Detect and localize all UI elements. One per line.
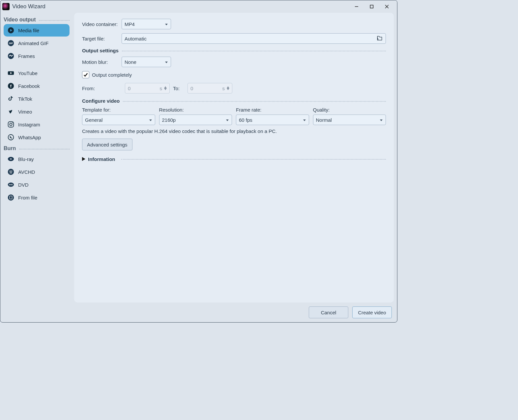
select-value: 60 fps — [239, 117, 252, 123]
svg-text:GIF: GIF — [9, 42, 13, 45]
sidebar-item-frames[interactable]: Frames — [4, 50, 70, 62]
select-value: 2160p — [162, 117, 176, 123]
browse-folder-icon[interactable] — [376, 35, 383, 42]
app-icon — [2, 3, 10, 10]
select-value: None — [125, 59, 136, 65]
svg-marker-33 — [226, 119, 229, 121]
triangle-right-icon — [82, 156, 85, 162]
select-value: MP4 — [125, 21, 135, 27]
advanced-settings-button[interactable]: Advanced settings — [82, 139, 132, 150]
from-label: From: — [82, 86, 122, 91]
chevron-down-icon — [165, 59, 168, 65]
chevron-down-icon — [165, 21, 168, 27]
spin-buttons — [164, 86, 167, 90]
input-value: Automatic — [125, 36, 147, 41]
sidebar-item-animated-gif[interactable]: GIF Animated GIF — [4, 37, 70, 49]
svg-point-14 — [10, 123, 12, 125]
facebook-icon: f — [7, 82, 15, 90]
sidebar-item-avchd[interactable]: AVCHD AVCHD — [4, 166, 70, 178]
template-label: Template for: — [82, 107, 155, 113]
spin-buttons — [227, 86, 229, 90]
sidebar-item-bluray[interactable]: Blu-ray — [4, 153, 70, 165]
maximize-button[interactable] — [364, 2, 379, 12]
video-container-label: Video container: — [82, 21, 122, 27]
sidebar-item-label: Animated GIF — [18, 40, 49, 46]
framerate-select[interactable]: 60 fps — [236, 115, 309, 125]
chevron-down-icon — [226, 117, 229, 123]
sidebar-item-youtube[interactable]: YouTube — [4, 67, 70, 79]
output-completely-label: Output completely — [92, 72, 132, 78]
sidebar: Video output Media file GIF Animated GIF… — [4, 13, 70, 302]
svg-text:HD: HD — [10, 172, 12, 174]
select-value: Normal — [316, 117, 332, 123]
chevron-down-icon — [149, 117, 152, 123]
target-file-label: Target file: — [82, 36, 122, 41]
svg-marker-26 — [165, 24, 168, 25]
sidebar-item-label: Instagram — [18, 122, 40, 127]
quality-select[interactable]: Normal — [313, 115, 386, 125]
titlebar: Video Wizard — [0, 0, 397, 13]
to-spinbox: 0 s — [187, 83, 232, 93]
sidebar-item-label: From file — [18, 195, 37, 200]
section-label: Configure video — [82, 98, 120, 104]
tiktok-icon — [7, 95, 15, 103]
sidebar-item-label: WhatsApp — [18, 135, 41, 140]
video-container-select[interactable]: MP4 — [122, 19, 171, 29]
instagram-icon — [7, 120, 15, 128]
sidebar-item-label: Blu-ray — [18, 156, 34, 162]
cancel-button[interactable]: Cancel — [309, 306, 348, 318]
sidebar-item-dvd[interactable]: DVD DVD — [4, 178, 70, 191]
from-spinbox: 0 s — [125, 83, 170, 93]
information-expander[interactable]: Information — [82, 156, 386, 162]
sidebar-item-instagram[interactable]: Instagram — [4, 118, 70, 131]
sidebar-item-label: Frames — [18, 53, 35, 59]
minimize-button[interactable] — [349, 2, 364, 12]
configure-video-header: Configure video — [82, 98, 386, 104]
sidebar-section-burn: Burn — [4, 145, 70, 151]
svg-point-24 — [8, 195, 14, 200]
whatsapp-icon — [7, 133, 15, 141]
svg-marker-32 — [149, 119, 152, 121]
sidebar-item-label: Vimeo — [18, 109, 32, 115]
avchd-icon: AVCHD — [7, 168, 15, 176]
expander-label: Information — [88, 156, 115, 162]
sidebar-item-tiktok[interactable]: TikTok — [4, 92, 70, 105]
to-label: To: — [173, 86, 184, 91]
svg-marker-29 — [164, 88, 167, 90]
sidebar-item-media-file[interactable]: Media file — [4, 24, 70, 37]
sidebar-item-label: Media file — [18, 28, 39, 33]
spin-unit: s — [160, 86, 162, 91]
spin-value: 0 — [190, 86, 222, 91]
bluray-icon — [7, 155, 15, 163]
sidebar-item-whatsapp[interactable]: WhatsApp — [4, 131, 70, 144]
sidebar-item-label: Facebook — [18, 83, 40, 89]
sidebar-item-label: YouTube — [18, 70, 38, 76]
spin-unit: s — [222, 86, 225, 91]
gif-icon: GIF — [7, 39, 15, 47]
section-label: Video output — [4, 17, 36, 23]
spin-value: 0 — [128, 86, 160, 91]
svg-point-18 — [10, 158, 12, 160]
create-video-button[interactable]: Create video — [352, 306, 392, 318]
svg-marker-35 — [380, 119, 383, 121]
sidebar-item-from-file[interactable]: From file — [4, 191, 70, 204]
sidebar-item-facebook[interactable]: f Facebook — [4, 80, 70, 92]
close-button[interactable] — [379, 2, 394, 12]
target-file-input[interactable]: Automatic — [122, 33, 386, 44]
frames-icon — [7, 52, 15, 60]
output-settings-header: Output settings — [82, 48, 386, 53]
svg-rect-1 — [370, 5, 373, 8]
output-completely-checkbox[interactable] — [82, 71, 89, 78]
vimeo-icon — [7, 108, 15, 116]
svg-text:DVD: DVD — [9, 184, 13, 186]
section-label: Burn — [4, 145, 16, 151]
sidebar-item-vimeo[interactable]: Vimeo — [4, 105, 70, 118]
motion-blur-select[interactable]: None — [122, 57, 171, 67]
resolution-select[interactable]: 2160p — [159, 115, 232, 125]
chevron-down-icon — [380, 117, 383, 123]
template-select[interactable]: General — [82, 115, 155, 125]
section-label: Output settings — [82, 48, 119, 53]
chevron-down-icon — [303, 117, 306, 123]
resolution-label: Resolution: — [159, 107, 232, 113]
button-label: Create video — [358, 310, 386, 315]
